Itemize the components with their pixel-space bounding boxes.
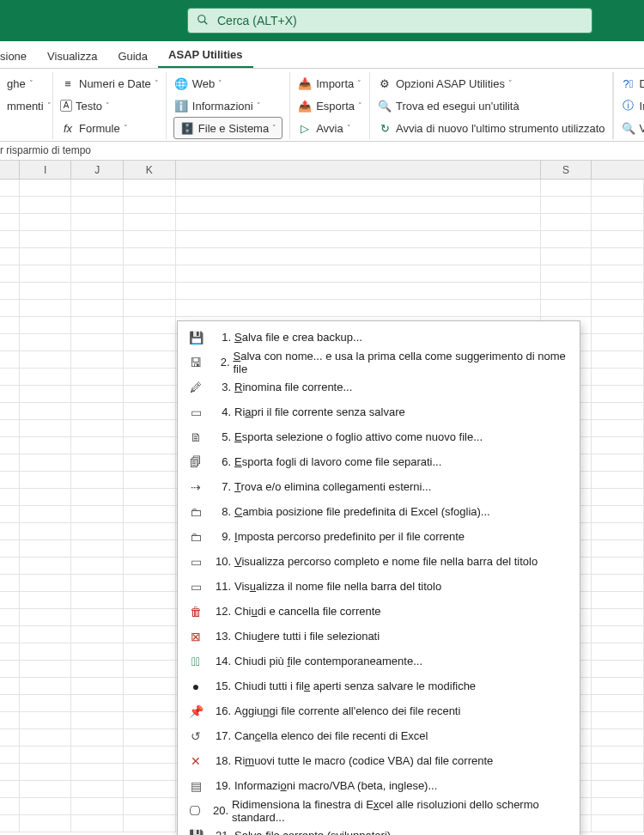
ribbon-item-info[interactable]: ⓘIn [621, 94, 644, 117]
menu-save-backup[interactable]: 💾1. Salva file e crea backup... [178, 325, 580, 350]
menu-export-selection[interactable]: 🗎5. Esporta selezione o foglio attivo co… [178, 424, 580, 449]
rename-icon: 🖉 [186, 381, 205, 394]
col-after[interactable] [592, 161, 644, 179]
col-k[interactable]: K [124, 161, 176, 179]
file-sistema-dropdown: 💾1. Salva file e crea backup... 🖫2. Salv… [177, 320, 580, 835]
ribbon: ghe˅ mmenti˅ ≡Numeri e Date˅ ATesto˅ fxF… [0, 69, 644, 142]
grid-row[interactable] [0, 231, 644, 248]
import-icon: 📥 [297, 77, 313, 90]
ribbon-item-ghe[interactable]: ghe˅ [7, 72, 46, 94]
grid-row[interactable] [0, 283, 644, 300]
ribbon-item-file-sistema[interactable]: 🗄️File e Sistema˅ [173, 117, 283, 139]
search-placeholder: Cerca (ALT+X) [217, 14, 297, 27]
title-bar: Cerca (ALT+X) [0, 0, 644, 41]
ribbon-item-testo[interactable]: ATesto˅ [60, 94, 159, 117]
ribbon-item-help[interactable]: ?⃝Do [621, 72, 644, 94]
column-headers: I J K S [0, 161, 644, 180]
text-icon: A [60, 100, 72, 112]
titlebar-icon: ▭ [186, 580, 205, 594]
stop-icon: ● [186, 680, 205, 693]
ribbon-tabs: sione Visualizza Guida ASAP Utilities [0, 41, 644, 69]
save-icon: 💾 [186, 331, 205, 344]
refresh-icon: ↻ [377, 122, 392, 135]
info-icon: ℹ️ [173, 100, 189, 113]
menu-macro-info[interactable]: ▤19. Informazioni macro/VBA (beta, ingle… [178, 773, 580, 798]
help-icon: ?⃝ [621, 77, 636, 90]
export-file-icon: 🗎 [186, 430, 205, 444]
menu-rename-file[interactable]: 🖉3. Rinomina file corrente... [178, 375, 580, 399]
list-icon: ≡ [60, 77, 76, 90]
save-as-icon: 🖫 [186, 356, 204, 369]
menu-show-filename-title[interactable]: ▭11. Visualizza il nome file nella barra… [178, 574, 580, 599]
menu-close-delete[interactable]: 🗑12. Chiudi e cancella file corrente [178, 599, 580, 624]
tab-guida[interactable]: Guida [107, 45, 158, 68]
search-icon [197, 14, 209, 28]
grid-row[interactable] [0, 180, 644, 197]
menu-set-default-path[interactable]: 🗀9. Imposta percorso predefinito per il … [178, 524, 580, 549]
ribbon-item-informazioni[interactable]: ℹ️Informazioni˅ [173, 94, 283, 117]
ribbon-item-ve[interactable]: 🔍Ve [621, 117, 644, 139]
search-box[interactable]: Cerca (ALT+X) [187, 8, 592, 34]
tab-partial[interactable]: sione [0, 45, 37, 68]
close-x-icon: ⊠ [186, 630, 205, 643]
tab-asap-utilities[interactable]: ASAP Utilities [158, 43, 252, 68]
ribbon-item-avvia[interactable]: ▷Avvia˅ [297, 117, 362, 139]
ribbon-item-numeri-date[interactable]: ≡Numeri e Date˅ [60, 72, 159, 94]
history-clear-icon: ↺ [186, 729, 205, 743]
grid-row[interactable] [0, 197, 644, 214]
grid-row[interactable] [0, 265, 644, 283]
grid-row[interactable] [0, 214, 644, 231]
ribbon-item-importa[interactable]: 📥Importa˅ [297, 72, 362, 94]
tab-visualizza[interactable]: Visualizza [37, 45, 107, 68]
col-s[interactable]: S [540, 161, 592, 179]
menu-close-multiple[interactable]: ✔⃝14. Chiudi più file contemporaneamente… [178, 649, 580, 673]
fx-icon: fx [60, 122, 76, 135]
svg-point-0 [198, 15, 205, 21]
titlebar-icon: ▭ [186, 555, 205, 569]
menu-export-sheets[interactable]: 🗐6. Esporta fogli di lavoro come file se… [178, 449, 580, 474]
reopen-icon: ▭ [186, 405, 205, 419]
menu-reopen-nosave[interactable]: ▭4. Riapri il file corrente senza salvar… [178, 399, 580, 424]
pin-icon: 📌 [186, 704, 205, 718]
ribbon-item-commenti[interactable]: mmenti˅ [7, 94, 46, 117]
col-partial[interactable] [0, 161, 20, 179]
menu-close-selected[interactable]: ⊠13. Chiudere tutti i file selezionati [178, 624, 580, 649]
ribbon-item-esporta[interactable]: 📤Esporta˅ [297, 94, 362, 117]
file-system-icon: 🗄️ [179, 122, 195, 135]
sheets-icon: 🗐 [186, 455, 205, 469]
grid-row[interactable] [0, 300, 644, 317]
menu-remove-macros[interactable]: ✕18. Rimuovi tutte le macro (codice VBA)… [178, 748, 580, 773]
col-j[interactable]: J [71, 161, 124, 179]
menu-change-default-path[interactable]: 🗀8. Cambia posizione file predefinita di… [178, 499, 580, 524]
ribbon-item-formule[interactable]: fxFormule˅ [60, 117, 159, 139]
menu-save-as-cell[interactable]: 🖫2. Salva con nome... e usa la prima cel… [178, 350, 580, 375]
svg-line-1 [204, 21, 208, 24]
spreadsheet-area: I J K S 💾1. Salva file e crea backup... … [0, 161, 644, 832]
menu-close-all-nosave[interactable]: ●15. Chiudi tutti i file aperti senza sa… [178, 673, 580, 698]
x-icon: ✕ [186, 754, 205, 768]
menu-show-fullpath-title[interactable]: ▭10. Visualizza percorso completo e nome… [178, 549, 580, 574]
col-i[interactable]: I [20, 161, 72, 179]
delete-file-icon: 🗑 [186, 605, 205, 619]
monitor-icon: 🖵 [186, 804, 204, 818]
save-dev-icon: 💾 [186, 829, 205, 836]
menu-clear-recent[interactable]: ↺17. Cancella elenco dei file recenti di… [178, 723, 580, 748]
ribbon-item-trova-utilita[interactable]: 🔍Trova ed esegui un'utilità [377, 94, 605, 117]
grid-row[interactable] [0, 248, 644, 265]
ribbon-spacer [7, 117, 46, 139]
ribbon-item-web[interactable]: 🌐Web˅ [173, 72, 283, 94]
menu-add-recent[interactable]: 📌16. Aggiungi file corrente all'elenco d… [178, 698, 580, 723]
menu-save-dev[interactable]: 💾21. Salva file corrente (sviluppatori).… [178, 823, 580, 835]
ribbon-item-avvia-ultimo[interactable]: ↻Avvia di nuovo l'ultimo strumento utili… [377, 117, 605, 139]
globe-icon: 🌐 [173, 77, 189, 90]
menu-find-links[interactable]: ⇢7. Trova e/o elimina collegamenti ester… [178, 474, 580, 499]
vba-icon: ▤ [186, 779, 205, 793]
check-circle-icon: ✔⃝ [186, 655, 205, 668]
play-icon: ▷ [297, 122, 313, 135]
ribbon-item-opzioni-asap[interactable]: ⚙Opzioni ASAP Utilities˅ [377, 72, 605, 94]
gear-icon: ⚙ [377, 77, 392, 90]
magnifier-icon: 🔍 [621, 122, 636, 135]
folder-icon: 🗀 [186, 505, 205, 519]
search-icon: 🔍 [377, 100, 392, 113]
menu-resize-window[interactable]: 🖵20. Ridimensiona la finestra di Excel a… [178, 798, 580, 823]
